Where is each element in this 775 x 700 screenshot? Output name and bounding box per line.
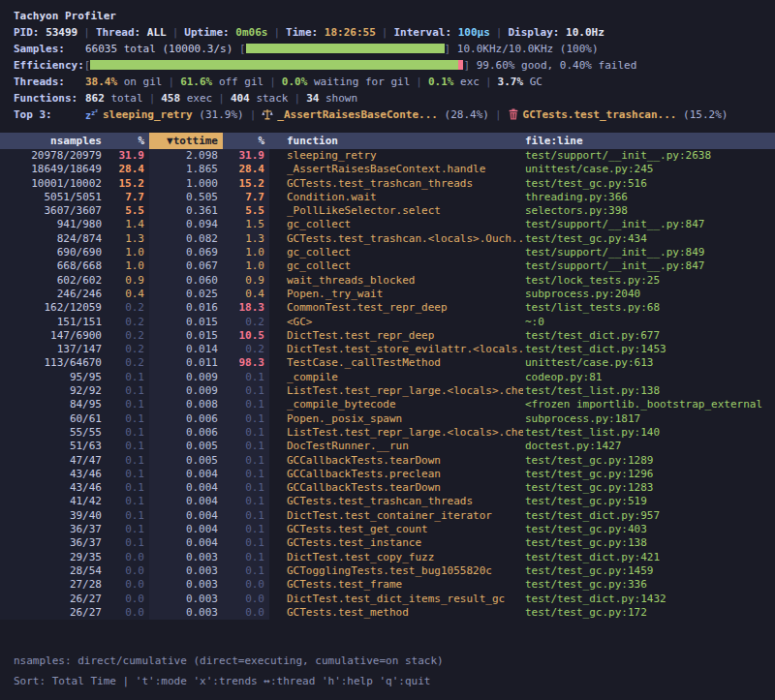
nsamples-cell: 55/55 [0, 426, 107, 440]
svg-text:z: z [95, 108, 98, 113]
nsamples-cell: 246/246 [0, 288, 107, 301]
functions-shown-value: 34 [306, 92, 319, 105]
table-row[interactable]: 941/9801.40.0941.5gc_collecttest/support… [0, 218, 775, 231]
threads-waiting-label: waiting for gil [314, 76, 410, 88]
table-row[interactable]: 51/630.10.0050.1DocTestRunner.__rundocte… [0, 440, 775, 453]
top3-item[interactable]: zzzsleeping_retry (31.9%)|_AssertRaisesB… [85, 108, 731, 121]
tottime-cell: 0.069 [149, 246, 223, 259]
file-line-cell: test/test_dict.py:421 [523, 551, 775, 564]
direct-percent-cell: 1.4 [107, 218, 149, 231]
table-row[interactable]: 113/646700.20.01198.3TestCase._callTestM… [0, 356, 775, 370]
nsamples-cell: 18649/18649 [0, 163, 107, 176]
header-nsamples[interactable]: nsamples [0, 133, 107, 149]
table-row[interactable]: 18649/1864928.41.86528.4_AssertRaisesBas… [0, 163, 775, 176]
table-row[interactable]: 26/270.00.0030.0GCTests.test_methodtest/… [0, 606, 775, 620]
header-tottime-sort[interactable]: ▼tottime [149, 133, 223, 149]
nsamples-cell: 602/602 [0, 274, 107, 288]
nsamples-cell: 27/28 [0, 578, 107, 592]
table-row[interactable]: 26/270.00.0030.0DictTest.test_dict_items… [0, 593, 775, 606]
table-row[interactable]: 55/550.10.0060.1ListTest.test_repr_large… [0, 426, 775, 440]
function-cell: DictTest.test_dict_items_result_gc [269, 593, 523, 606]
table-row[interactable]: 60/610.10.0060.1Popen._posix_spawnsubpro… [0, 412, 775, 426]
efficiency-summary: 99.60% good, 0.40% failed [477, 59, 637, 72]
direct-percent-cell: 0.1 [107, 384, 149, 398]
header-direct-percent[interactable]: % [107, 133, 149, 149]
separator: | [485, 76, 492, 88]
table-row[interactable]: 162/120590.20.01618.3CommonTest.test_rep… [0, 301, 775, 315]
table-row[interactable]: 602/6020.90.0600.9wait_threads_blockedte… [0, 274, 775, 288]
function-cell: Popen._posix_spawn [269, 412, 523, 426]
tottime-cell: 0.015 [149, 329, 223, 343]
top3-name: sleeping_retry [103, 108, 193, 121]
direct-percent-cell: 31.9 [107, 149, 149, 163]
tottime-cell: 0.003 [149, 606, 223, 620]
cumulative-percent-cell: 7.7 [223, 191, 269, 204]
nsamples-cell: 51/63 [0, 440, 107, 453]
direct-percent-cell: 0.0 [107, 593, 149, 606]
separator: | [294, 92, 301, 105]
header-cumulative-percent[interactable]: % [223, 133, 269, 149]
table-row[interactable]: 20978/2097931.92.09831.9sleeping_retryte… [0, 149, 775, 163]
trash-icon [508, 108, 519, 125]
direct-percent-cell: 15.2 [107, 177, 149, 191]
tottime-cell: 0.015 [149, 316, 223, 329]
tottime-cell: 0.011 [149, 356, 223, 370]
function-cell: GCTogglingTests.test_bug1055820c [269, 564, 523, 578]
table-row[interactable]: 84/950.10.0080.1_compile_bytecode<frozen… [0, 398, 775, 411]
table-row[interactable]: 92/920.10.0090.1ListTest.test_repr_large… [0, 384, 775, 398]
table-row[interactable]: 3607/36075.50.3615.5_PollLikeSelector.se… [0, 204, 775, 218]
table-row[interactable]: 668/6681.00.0671.0gc_collecttest/support… [0, 259, 775, 273]
cumulative-percent-cell: 0.1 [223, 468, 269, 481]
tottime-cell: 2.098 [149, 149, 223, 163]
threads-line: Threads:38.4% on gil|61.6% off gil|0.0% … [14, 74, 775, 90]
top3-line: Top 3:zzzsleeping_retry (31.9%)|_AssertR… [14, 107, 775, 123]
table-row[interactable]: 43/460.10.0040.1GCCallbackTests.preclean… [0, 468, 775, 481]
table-row[interactable]: 824/8741.30.0821.3GCTests.test_trashcan.… [0, 232, 775, 246]
footer-help-line: nsamples: direct/cumulative (direct=exec… [14, 651, 775, 671]
table-row[interactable]: 690/6901.00.0691.0gc_collecttest/support… [0, 246, 775, 259]
functions-exec-value: 458 [161, 92, 180, 105]
table-row[interactable]: 27/280.00.0030.0GCTests.test_frametest/t… [0, 578, 775, 592]
direct-percent-cell: 0.2 [107, 301, 149, 315]
table-row[interactable]: 137/1470.20.0140.2DictTest.test_store_ev… [0, 343, 775, 356]
efficiency-line: Efficiency:[] 99.60% good, 0.40% failed [14, 57, 775, 74]
table-row[interactable]: 43/460.10.0040.1GCCallbackTests.tearDown… [0, 481, 775, 495]
thread-value[interactable]: ALL [147, 26, 167, 39]
top3-item[interactable]: _AssertRaisesBaseConte... (28.4%)|GCTest… [262, 108, 729, 121]
tottime-cell: 0.003 [149, 593, 223, 606]
file-line-cell: doctest.py:1427 [523, 440, 775, 453]
table-row[interactable]: 47/470.10.0050.1GCCallbackTests.tearDown… [0, 454, 775, 468]
file-line-cell: test/test_gc.py:138 [523, 536, 775, 550]
cumulative-percent-cell: 0.1 [223, 495, 269, 508]
cumulative-percent-cell: 0.0 [223, 606, 269, 620]
table-row[interactable]: 36/370.10.0040.1GCTests.test_instancetes… [0, 536, 775, 550]
cumulative-percent-cell: 0.1 [223, 398, 269, 411]
separator: | [149, 92, 156, 105]
table-row[interactable]: 29/350.00.0030.1DictTest.test_copy_fuzzt… [0, 551, 775, 564]
table-row[interactable]: 28/540.00.0030.1GCTogglingTests.test_bug… [0, 564, 775, 578]
table-row[interactable]: 10001/1000215.21.00015.2GCTests.test_tra… [0, 177, 775, 191]
file-line-cell: unittest/case.py:245 [523, 163, 775, 176]
function-cell: gc_collect [269, 259, 523, 273]
cumulative-percent-cell: 15.2 [223, 177, 269, 191]
direct-percent-cell: 1.0 [107, 259, 149, 273]
direct-percent-cell: 0.1 [107, 454, 149, 468]
table-row[interactable]: 41/420.10.0040.1GCTests.test_trashcan_th… [0, 495, 775, 508]
header-file-line[interactable]: file:line [523, 133, 775, 149]
table-row[interactable]: 5051/50517.70.5057.7Condition.waitthread… [0, 191, 775, 204]
direct-percent-cell: 0.0 [107, 578, 149, 592]
table-row[interactable]: 246/2460.40.0250.4Popen._try_waitsubproc… [0, 288, 775, 301]
header-function[interactable]: function [269, 133, 523, 149]
tottime-cell: 0.003 [149, 578, 223, 592]
file-line-cell: test/test_gc.py:403 [523, 523, 775, 536]
threads-offgil-label: off gil [219, 76, 264, 88]
table-row[interactable]: 151/1510.20.0150.2<GC>~:0 [0, 316, 775, 329]
direct-percent-cell: 0.2 [107, 343, 149, 356]
table-row[interactable]: 39/400.10.0040.1DictTest.test_container_… [0, 509, 775, 523]
table-row[interactable]: 147/69000.20.01510.5DictTest.test_repr_d… [0, 329, 775, 343]
cumulative-percent-cell: 1.0 [223, 246, 269, 259]
top3-item[interactable]: GCTests.test_trashcan... (15.2%) [508, 108, 728, 121]
function-cell: Popen._try_wait [269, 288, 523, 301]
table-row[interactable]: 36/370.10.0040.1GCTests.test_get_countte… [0, 523, 775, 536]
table-row[interactable]: 95/950.10.0090.1_compilecodeop.py:81 [0, 371, 775, 384]
